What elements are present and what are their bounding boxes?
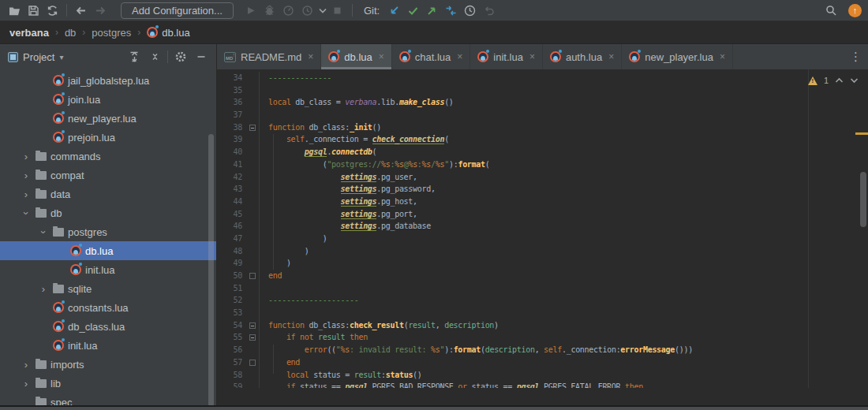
code-text[interactable]: settings.pg_database	[259, 220, 868, 233]
tree-item-compat[interactable]: ›compat	[0, 166, 216, 184]
tree-item-sqlite[interactable]: ›sqlite	[0, 279, 216, 298]
code-text[interactable]: settings.pg_password,	[259, 183, 868, 196]
fold-marker-icon[interactable]	[245, 270, 259, 282]
code-text[interactable]	[259, 84, 868, 97]
forward-icon[interactable]	[91, 2, 110, 19]
tree-item-imports[interactable]: ›imports	[0, 355, 216, 374]
tab-close-icon[interactable]: ×	[529, 51, 535, 62]
tree-item-jail_globalstep.lua[interactable]: jail_globalstep.lua	[0, 71, 216, 90]
tree-item-db.lua[interactable]: db.lua	[0, 241, 216, 260]
breadcrumb-item-verbana[interactable]: verbana	[9, 27, 49, 39]
tab-README.md[interactable]: MDREADME.md×	[217, 44, 321, 69]
chevron-collapsed-icon[interactable]: ›	[36, 283, 51, 295]
code-text[interactable]	[259, 109, 868, 121]
code-text[interactable]: settings.pg_user,	[259, 171, 868, 184]
fold-marker-icon[interactable]	[245, 356, 259, 369]
git-update-icon[interactable]	[384, 2, 403, 19]
code-text[interactable]: if status == pgsql.PGRES_BAD_RESPONSE or…	[259, 381, 868, 388]
git-merge-icon[interactable]	[441, 2, 460, 19]
expand-all-icon[interactable]	[124, 47, 144, 66]
tree-item-commands[interactable]: ›commands	[0, 147, 216, 166]
code-text[interactable]: end	[259, 356, 868, 369]
next-warning-icon[interactable]	[850, 77, 859, 84]
code-text[interactable]	[259, 307, 868, 319]
code-text[interactable]: function db_class:check_result(result, d…	[259, 319, 868, 332]
code-text[interactable]: if not result then	[259, 331, 868, 344]
add-configuration-button[interactable]: Add Configuration...	[121, 2, 234, 19]
code-text[interactable]: )	[259, 245, 868, 258]
code-text[interactable]: )	[259, 233, 868, 245]
code-text[interactable]: ("postgres://%s:%s@%s:%s/%s"):format(	[259, 158, 868, 171]
tab-close-icon[interactable]: ×	[608, 51, 614, 62]
chevron-expanded-icon[interactable]: ›	[21, 206, 32, 220]
breadcrumb-item-postgres[interactable]: postgres	[92, 27, 131, 39]
open-project-icon[interactable]	[5, 2, 24, 19]
tree-item-postgres[interactable]: ›postgres	[0, 222, 216, 241]
chevron-expanded-icon[interactable]: ›	[38, 225, 50, 239]
tree-item-constants.lua[interactable]: constants.lua	[0, 298, 216, 317]
project-tree-scrollbar[interactable]	[208, 134, 214, 407]
tab-init.lua[interactable]: init.lua×	[470, 44, 543, 69]
breadcrumb-item-db[interactable]: db	[65, 27, 76, 39]
code-text[interactable]: local status = result:status()	[259, 369, 868, 382]
git-rollback-icon[interactable]	[479, 2, 498, 19]
chevron-collapsed-icon[interactable]: ›	[19, 170, 33, 181]
tab-chat.lua[interactable]: chat.lua×	[392, 44, 471, 69]
code-text[interactable]: --------------------	[259, 294, 868, 307]
settings-gear-icon[interactable]	[170, 47, 191, 66]
tab-db.lua[interactable]: db.lua×	[321, 44, 391, 69]
code-text[interactable]: error(("%s: invalid result: %s"):format(…	[259, 344, 868, 356]
run-dropdown-arrow-icon[interactable]	[317, 2, 328, 19]
tab-new_player.lua[interactable]: new_player.lua×	[622, 44, 733, 69]
tree-item-db[interactable]: ›db	[0, 203, 216, 222]
git-push-icon[interactable]	[422, 2, 441, 19]
editor-body[interactable]: 34--------------3536local db_class = ver…	[217, 69, 868, 410]
code-text[interactable]: end	[259, 270, 868, 282]
project-panel-title[interactable]: Project	[23, 51, 54, 63]
tree-item-lib[interactable]: ›lib	[0, 374, 216, 393]
warning-stripe-mark[interactable]	[855, 132, 868, 135]
stop-icon[interactable]	[328, 2, 347, 19]
prev-warning-icon[interactable]	[835, 77, 844, 84]
code-text[interactable]: --------------	[259, 72, 868, 84]
code-text[interactable]: self._connection = check_connection(	[259, 133, 868, 146]
chevron-down-icon[interactable]: ▾	[59, 53, 63, 62]
search-icon[interactable]	[821, 2, 840, 19]
code-text[interactable]: settings.pg_host,	[259, 196, 868, 208]
fold-marker-icon[interactable]	[245, 319, 259, 332]
fold-marker-icon[interactable]	[245, 121, 259, 134]
chevron-collapsed-icon[interactable]: ›	[19, 359, 33, 371]
tree-item-init.lua[interactable]: init.lua	[0, 260, 216, 279]
save-all-icon[interactable]	[24, 2, 43, 19]
chevron-collapsed-icon[interactable]: ›	[19, 151, 33, 162]
hide-panel-icon[interactable]	[191, 47, 211, 66]
tree-item-join.lua[interactable]: join.lua	[0, 90, 216, 109]
tree-item-data[interactable]: ›data	[0, 184, 216, 203]
code-text[interactable]: pgsql.connectdb(	[259, 146, 868, 158]
tab-close-icon[interactable]: ×	[308, 51, 313, 62]
tab-close-icon[interactable]: ×	[457, 51, 462, 62]
tree-item-db_class.lua[interactable]: db_class.lua	[0, 317, 216, 336]
coverage-icon[interactable]	[298, 2, 317, 19]
tab-close-icon[interactable]: ×	[379, 51, 384, 62]
chevron-collapsed-icon[interactable]: ›	[19, 188, 33, 200]
code-text[interactable]: function db_class:_init()	[259, 121, 868, 134]
tab-auth.lua[interactable]: auth.lua×	[543, 44, 622, 69]
collapse-all-icon[interactable]	[144, 47, 165, 66]
code-text[interactable]: settings.pg_port,	[259, 208, 868, 221]
code-text[interactable]	[259, 282, 868, 295]
git-commit-icon[interactable]	[403, 2, 422, 19]
chevron-collapsed-icon[interactable]: ›	[19, 378, 33, 390]
code-text[interactable]: )	[259, 257, 868, 270]
debug-icon[interactable]	[260, 2, 279, 19]
breadcrumb-item-db.lua[interactable]: db.lua	[147, 27, 189, 39]
tab-list-icon[interactable]: ⋮	[844, 44, 868, 69]
git-history-icon[interactable]	[460, 2, 479, 19]
warning-icon[interactable]	[808, 76, 817, 85]
back-icon[interactable]	[72, 2, 91, 19]
editor-scrollbar[interactable]	[860, 172, 866, 227]
run-icon[interactable]	[241, 2, 260, 19]
code-text[interactable]: local db_class = verbana.lib.make_class(…	[259, 96, 868, 109]
tree-item-init.lua[interactable]: init.lua	[0, 336, 216, 355]
tree-item-new_player.lua[interactable]: new_player.lua	[0, 109, 216, 128]
